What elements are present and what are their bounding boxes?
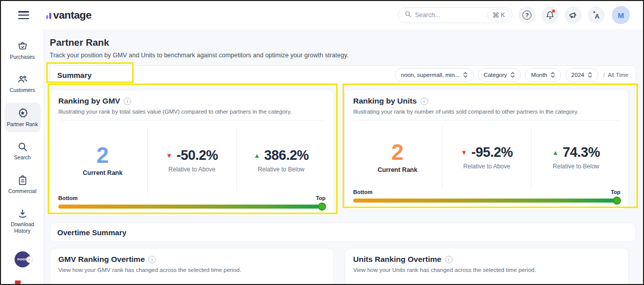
info-icon[interactable]: i bbox=[148, 256, 156, 263]
download-icon bbox=[17, 208, 28, 219]
separator: / bbox=[603, 72, 605, 78]
select-chevrons-icon bbox=[463, 72, 468, 78]
rank-scale: Bottom Top bbox=[58, 195, 326, 209]
sidebar-label: Purchases bbox=[10, 54, 35, 60]
divider bbox=[58, 120, 326, 121]
sidebar-item-download-history[interactable]: Download History bbox=[5, 204, 41, 239]
units-overtime-card: Units Ranking Overtime i View how your U… bbox=[345, 248, 629, 284]
sidebar-item-customers[interactable]: Customers bbox=[5, 69, 41, 98]
menu-icon[interactable] bbox=[18, 11, 29, 19]
summary-heading: Summary bbox=[57, 71, 91, 79]
gmv-overtime-description: View how your GMV rank has changed acros… bbox=[58, 267, 326, 273]
select-chevrons-icon bbox=[588, 72, 592, 78]
logo-icon bbox=[46, 13, 51, 21]
sidebar-label: Partner Rank bbox=[7, 121, 38, 128]
sidebar: Purchases Customers Partner Rank Search … bbox=[1, 29, 44, 284]
notifications-button[interactable] bbox=[542, 7, 559, 24]
sidebar-item-search[interactable]: Search bbox=[5, 137, 41, 165]
relative-above-label: Relative to Above bbox=[463, 163, 510, 170]
units-overtime-title: Units Ranking Overtime bbox=[353, 255, 442, 264]
overtime-summary-bar: Overtime Summary bbox=[50, 223, 636, 242]
command-icon: ⌘ bbox=[492, 11, 499, 19]
select-chevrons-icon bbox=[510, 72, 515, 78]
gmv-overtime-title: GMV Ranking Overtime bbox=[58, 255, 145, 264]
gmv-stats: 2 Current Rank ▼ -50.2% Relative to Abov… bbox=[58, 126, 326, 195]
scale-top-label: Top bbox=[316, 195, 326, 201]
current-rank-label: Current Rank bbox=[378, 166, 417, 173]
notification-dot bbox=[552, 9, 556, 13]
topbar: vantage ⌘ K ? *A bbox=[1, 1, 643, 29]
filter-label: Month bbox=[531, 72, 547, 78]
scale-bottom-label: Bottom bbox=[353, 189, 373, 195]
uae-flag-icon bbox=[15, 280, 16, 285]
triangle-up-icon: ▲ bbox=[552, 149, 559, 156]
search-icon bbox=[404, 11, 411, 20]
search-nav-icon bbox=[17, 141, 28, 152]
partner-rank-icon bbox=[17, 107, 29, 119]
ranking-by-gmv-card: Ranking by GMV i Illustrating your rank … bbox=[50, 89, 334, 216]
filter-stores-dropdown[interactable]: noon, supermall, min... bbox=[395, 68, 473, 82]
units-overtime-description: View how your Units rank has changed acr… bbox=[353, 267, 620, 273]
info-icon[interactable]: i bbox=[445, 256, 453, 263]
divider bbox=[353, 120, 620, 121]
rank-scale: Bottom Top bbox=[353, 189, 620, 203]
gmv-card-title: Ranking by GMV bbox=[58, 97, 120, 106]
triangle-down-icon: ▼ bbox=[461, 149, 467, 156]
summary-bar: Summary noon, supermall, min... Category… bbox=[50, 65, 636, 84]
current-rank-stat: 2 Current Rank bbox=[353, 126, 442, 189]
info-icon[interactable]: i bbox=[124, 98, 131, 105]
overtime-cards-row: GMV Ranking Overtime i View how your GMV… bbox=[50, 248, 636, 284]
units-stats: 2 Current Rank ▼ -95.2% Relative to Abov… bbox=[353, 126, 620, 189]
triangle-down-icon: ▼ bbox=[166, 152, 172, 159]
sidebar-item-purchases[interactable]: Purchases bbox=[5, 36, 41, 65]
purchases-icon bbox=[17, 41, 28, 52]
relative-below-label: Relative to Below bbox=[258, 166, 304, 173]
rank-position-marker bbox=[613, 197, 621, 205]
logo-text: vantage bbox=[53, 9, 91, 21]
country-selector[interactable]: › bbox=[15, 280, 31, 285]
sidebar-item-commercial[interactable]: Commercial bbox=[5, 170, 41, 199]
scale-top-label: Top bbox=[611, 189, 620, 195]
relative-above-stat: ▼ -50.2% Relative to Above bbox=[147, 126, 237, 195]
question-mark-icon: ? bbox=[522, 11, 531, 20]
user-avatar[interactable]: M bbox=[612, 6, 630, 24]
overtime-heading: Overtime Summary bbox=[57, 228, 127, 237]
logo[interactable]: vantage bbox=[46, 9, 91, 21]
relative-above-value: -95.2% bbox=[471, 145, 513, 160]
relative-above-value: -50.2% bbox=[176, 148, 218, 163]
language-button[interactable]: *A bbox=[588, 7, 605, 24]
filter-month-dropdown[interactable]: Month bbox=[525, 68, 561, 82]
announcements-button[interactable] bbox=[565, 7, 582, 24]
relative-above-label: Relative to Above bbox=[168, 166, 215, 173]
keyboard-shortcut-badge: ⌘ K bbox=[487, 9, 510, 21]
filter-category-dropdown[interactable]: Category bbox=[478, 68, 521, 82]
rank-gradient-bar bbox=[58, 205, 326, 209]
current-rank-label: Current Rank bbox=[83, 169, 123, 176]
search-box[interactable]: ⌘ K bbox=[398, 7, 512, 23]
sidebar-item-partner-rank[interactable]: Partner Rank bbox=[5, 103, 41, 132]
scale-bottom-label: Bottom bbox=[58, 195, 78, 201]
relative-below-label: Relative to Below bbox=[553, 163, 599, 170]
customers-icon bbox=[17, 74, 28, 85]
filter-year-dropdown[interactable]: 2024 bbox=[565, 68, 598, 82]
sidebar-label: Customers bbox=[10, 87, 35, 93]
ranking-by-units-card: Ranking by Units i Illustrating your ran… bbox=[345, 89, 629, 210]
help-button[interactable]: ? bbox=[518, 7, 535, 24]
rank-gradient-bar bbox=[353, 199, 620, 203]
info-icon[interactable]: i bbox=[420, 98, 428, 105]
rank-position-marker bbox=[318, 203, 326, 211]
relative-below-value: 74.3% bbox=[563, 145, 600, 160]
current-rank-value: 2 bbox=[391, 141, 403, 163]
translate-icon: *A bbox=[593, 11, 600, 20]
gmv-overtime-card: GMV Ranking Overtime i View how your GMV… bbox=[50, 248, 334, 284]
current-rank-value: 2 bbox=[96, 144, 109, 166]
all-time-label[interactable]: All Time bbox=[608, 72, 628, 78]
filter-label: Category bbox=[484, 72, 507, 78]
ranking-cards-row: Ranking by GMV i Illustrating your rank … bbox=[50, 89, 636, 216]
store-selector[interactable]: noon › bbox=[15, 251, 31, 267]
app-window: vantage ⌘ K ? *A bbox=[0, 0, 644, 285]
megaphone-icon bbox=[569, 11, 578, 20]
main-content: Partner Rank Track your position by GMV … bbox=[44, 29, 643, 284]
search-input[interactable] bbox=[415, 12, 484, 19]
gmv-card-description: Illustrating your rank by total sales va… bbox=[58, 109, 326, 115]
